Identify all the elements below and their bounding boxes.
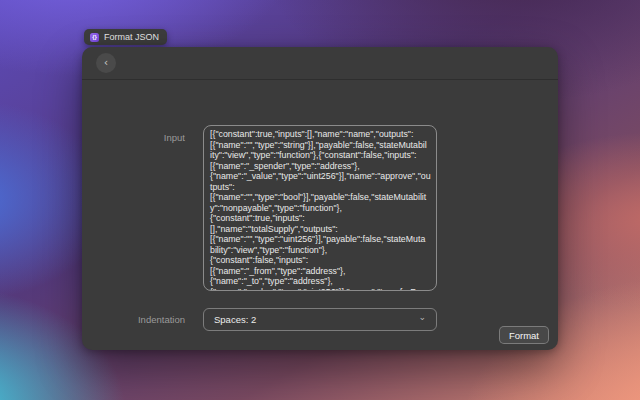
format-json-window: ‹ Input [{"constant":true,"inputs":[],"n…: [82, 47, 558, 350]
indentation-select[interactable]: Spaces: 2 ⌄: [203, 308, 437, 331]
chevron-left-icon: ‹: [104, 56, 108, 69]
json-braces-icon: {}: [90, 33, 99, 42]
window-tab[interactable]: {} Format JSON: [84, 29, 167, 45]
desktop-background: {} Format JSON ‹ Input [{"constant":true…: [0, 0, 640, 400]
window-content: Input [{"constant":true,"inputs":[],"nam…: [82, 80, 558, 349]
window-tab-title: Format JSON: [104, 32, 159, 42]
json-input-textarea[interactable]: [{"constant":true,"inputs":[],"name":"na…: [203, 125, 437, 291]
back-button[interactable]: ‹: [96, 53, 116, 73]
indentation-row: Indentation Spaces: 2 ⌄: [82, 308, 558, 331]
input-row: Input [{"constant":true,"inputs":[],"nam…: [82, 125, 558, 291]
window-header: ‹: [82, 47, 558, 80]
format-button[interactable]: Format: [499, 326, 549, 344]
input-label: Input: [82, 125, 203, 291]
chevron-down-icon: ⌄: [418, 313, 426, 322]
indentation-label: Indentation: [82, 308, 203, 331]
indentation-selected-value: Spaces: 2: [214, 314, 256, 325]
